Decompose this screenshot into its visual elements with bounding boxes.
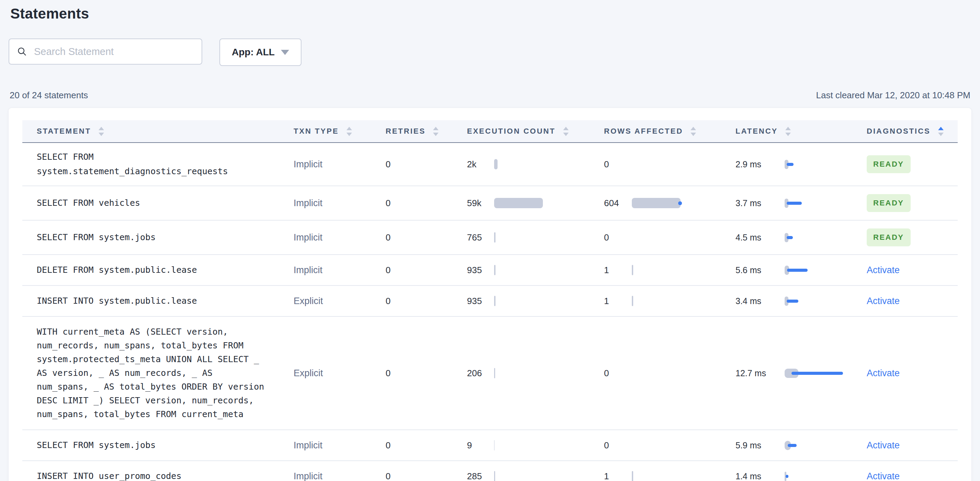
execution-count-value: 765 [467, 232, 494, 243]
execution-count-bar [494, 440, 495, 451]
diagnostics-cell: Activate [867, 368, 958, 379]
column-header-label: RETRIES [386, 127, 425, 136]
column-header-retries[interactable]: RETRIES [386, 127, 467, 136]
search-statement-box[interactable] [9, 38, 202, 65]
sort-arrows-execution-count[interactable] [563, 127, 569, 136]
statement-text[interactable]: SELECT FROM vehicles [37, 196, 294, 210]
rows-affected-value: 604 [604, 198, 632, 209]
diagnostics-activate-link[interactable]: Activate [867, 440, 900, 451]
latency-bar-chart [784, 295, 846, 307]
txn-type-value: Explicit [294, 368, 323, 378]
statement-cell: SELECT FROM system.jobs [22, 438, 294, 452]
statement-text[interactable]: SELECT FROM system.statement_diagnostics… [37, 150, 294, 178]
app-filter-dropdown[interactable]: App: ALL [220, 38, 301, 66]
execution-count-cell: 2k [467, 159, 604, 170]
column-header-execution-count[interactable]: EXECUTION COUNT [467, 127, 604, 136]
diagnostics-cell: READY [867, 228, 958, 246]
retries-cell: 0 [386, 265, 467, 276]
search-input[interactable] [34, 46, 194, 57]
column-header-latency[interactable]: LATENCY [735, 127, 867, 136]
table-row: SELECT FROM system.statement_diagnostics… [22, 143, 958, 186]
statement-text[interactable]: INSERT INTO system.public.lease [37, 294, 294, 308]
sort-down-icon [938, 133, 943, 136]
execution-count-cell: 935 [467, 265, 604, 276]
rows-affected-bar [632, 296, 633, 306]
retries-cell: 0 [386, 232, 467, 243]
retries-cell: 0 [386, 159, 467, 170]
column-header-label: STATEMENT [37, 127, 91, 136]
execution-count-cell: 59k [467, 198, 604, 209]
execution-count-value: 9 [467, 440, 494, 451]
rows-affected-value: 0 [604, 368, 632, 379]
rows-affected-cell: 1 [604, 296, 735, 306]
retries-value: 0 [386, 232, 390, 242]
execution-count-value: 59k [467, 198, 494, 209]
column-header-rows-affected[interactable]: ROWS AFFECTED [604, 127, 735, 136]
rows-affected-bar [632, 471, 633, 481]
txn-type-value: Implicit [294, 471, 323, 481]
rows-affected-value: 0 [604, 440, 632, 451]
table-row: SELECT FROM system.jobsImplicit0905.9 ms… [22, 430, 958, 461]
latency-value: 5.6 ms [735, 265, 784, 275]
diagnostics-cell: Activate [867, 471, 958, 481]
execution-count-value: 206 [467, 368, 494, 379]
sort-arrows-latency[interactable] [785, 127, 791, 136]
column-header-diagnostics[interactable]: DIAGNOSTICS [867, 127, 958, 136]
rows-affected-stddev-dot [678, 201, 682, 205]
statement-text[interactable]: SELECT FROM system.jobs [37, 438, 294, 452]
diagnostics-activate-link[interactable]: Activate [867, 368, 900, 378]
statements-page: Statements App: ALL 20 of 24 statements … [0, 5, 980, 481]
rows-affected-cell: 0 [604, 232, 735, 243]
table-row: INSERT INTO user_promo_codesImplicit0285… [22, 461, 958, 481]
txn-type-cell: Implicit [294, 265, 386, 276]
latency-mean-bar [787, 299, 799, 303]
page-title: Statements [10, 5, 972, 22]
sort-arrows-rows-affected[interactable] [690, 127, 696, 136]
txn-type-cell: Explicit [294, 296, 386, 306]
latency-value: 3.4 ms [735, 296, 784, 306]
diagnostics-activate-link[interactable]: Activate [867, 471, 900, 481]
rows-affected-value: 0 [604, 159, 632, 170]
txn-type-value: Explicit [294, 296, 323, 306]
rows-affected-bar [632, 265, 633, 275]
column-header-label: TXN TYPE [294, 127, 339, 136]
column-header-statement[interactable]: STATEMENT [22, 127, 294, 136]
sort-arrows-diagnostics[interactable] [938, 127, 943, 136]
sort-arrows-retries[interactable] [433, 127, 439, 136]
retries-value: 0 [386, 159, 390, 169]
diagnostics-activate-link[interactable]: Activate [867, 265, 900, 275]
latency-value: 3.7 ms [735, 198, 784, 208]
latency-value: 5.9 ms [735, 440, 784, 451]
app-filter-label: App: ALL [232, 47, 275, 58]
statement-text[interactable]: DELETE FROM system.public.lease [37, 263, 294, 277]
rows-affected-value: 1 [604, 296, 632, 306]
latency-bar-chart [784, 470, 846, 481]
diagnostics-activate-link[interactable]: Activate [867, 296, 900, 306]
sort-arrows-txn-type[interactable] [347, 127, 352, 136]
latency-value: 12.7 ms [735, 368, 784, 378]
latency-bar-chart [784, 197, 846, 209]
execution-count-bar [494, 198, 543, 208]
latency-bar-chart [784, 264, 846, 276]
sort-down-icon [347, 133, 352, 136]
statement-cell: INSERT INTO user_promo_codes [22, 469, 294, 481]
statement-text[interactable]: SELECT FROM system.jobs [37, 230, 294, 245]
statement-text[interactable]: INSERT INTO user_promo_codes [37, 469, 294, 481]
latency-mean-bar [787, 236, 793, 239]
statement-cell: DELETE FROM system.public.lease [22, 263, 294, 277]
latency-bar-chart [784, 158, 846, 170]
diagnostics-ready-badge: READY [867, 194, 911, 212]
rows-affected-bar-fill [632, 265, 633, 275]
execution-count-value: 2k [467, 159, 494, 170]
column-header-txn-type[interactable]: TXN TYPE [294, 127, 386, 136]
execution-count-cell: 935 [467, 296, 604, 306]
latency-bar-chart [784, 440, 846, 451]
column-header-label: LATENCY [735, 127, 778, 136]
execution-count-value: 935 [467, 296, 494, 306]
execution-count-cell: 206 [467, 368, 604, 379]
statement-text[interactable]: WITH current_meta AS (SELECT version, nu… [37, 325, 294, 421]
sort-arrows-statement[interactable] [99, 127, 104, 136]
latency-bar-chart [784, 367, 846, 379]
latency-mean-bar [788, 444, 797, 447]
sort-down-icon [99, 133, 104, 136]
